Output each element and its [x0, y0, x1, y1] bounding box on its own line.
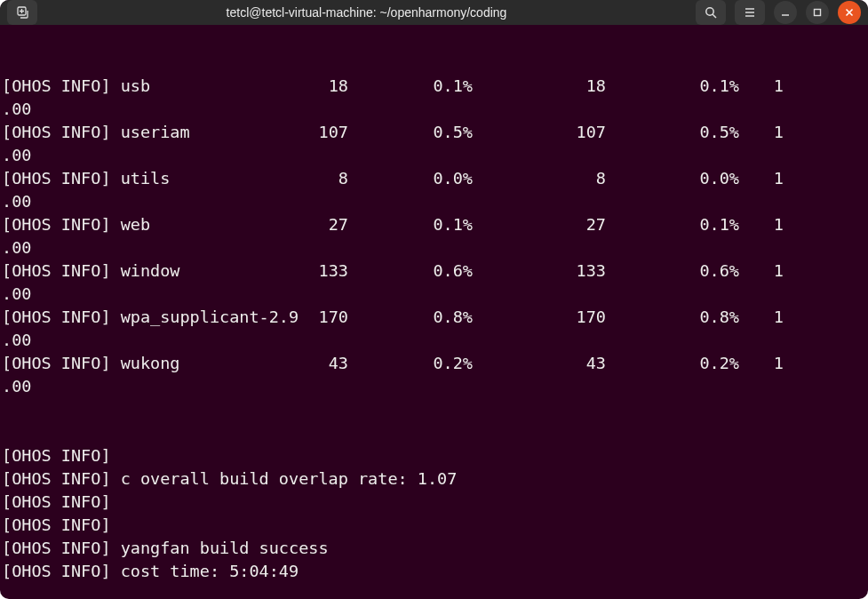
- stat-row-pct2: 0.0%: [606, 167, 739, 190]
- stat-row-name: [OHOS INFO] wpa_supplicant-2.9: [2, 306, 268, 329]
- stat-row-ratio: 1: [739, 213, 784, 236]
- minimize-button[interactable]: [774, 1, 797, 24]
- build-stats-rows: [OHOS INFO] usb180.1%180.1%1.00[OHOS INF…: [2, 75, 863, 398]
- stat-row-count1: 107: [268, 121, 348, 144]
- search-icon: [704, 5, 718, 20]
- svg-point-3: [706, 8, 713, 15]
- stat-row-ratio: 1: [739, 75, 784, 98]
- stat-row-suffix: .00: [2, 144, 863, 167]
- stat-row-count2: 133: [473, 260, 606, 283]
- titlebar: tetcl@tetcl-virtual-machine: ~/openharmo…: [0, 0, 868, 25]
- stat-row-count2: 107: [473, 121, 606, 144]
- stat-row-name: [OHOS INFO] useriam: [2, 121, 268, 144]
- stat-row-pct1: 0.1%: [348, 213, 473, 236]
- info-line: [OHOS INFO]: [2, 491, 863, 514]
- stat-row: [OHOS INFO] useriam1070.5%1070.5%1: [2, 121, 863, 144]
- stat-row-pct1: 0.6%: [348, 260, 473, 283]
- stat-row-suffix: .00: [2, 329, 863, 352]
- stat-row-pct1: 0.5%: [348, 121, 473, 144]
- menu-button[interactable]: [735, 0, 765, 25]
- svg-rect-9: [815, 10, 821, 16]
- stat-row-pct1: 0.0%: [348, 167, 473, 190]
- stat-row: [OHOS INFO] wpa_supplicant-2.91700.8%170…: [2, 306, 863, 329]
- stat-row-count1: 43: [268, 352, 348, 375]
- info-line: [OHOS INFO] c overall build overlap rate…: [2, 467, 863, 491]
- stat-row-pct2: 0.8%: [606, 306, 739, 329]
- stat-row-pct2: 0.1%: [606, 75, 739, 98]
- stat-row-pct1: 0.8%: [348, 306, 473, 329]
- close-button[interactable]: [838, 1, 861, 24]
- stat-row-count1: 18: [268, 75, 348, 98]
- close-icon: [844, 7, 855, 18]
- terminal-body[interactable]: [OHOS INFO] usb180.1%180.1%1.00[OHOS INF…: [0, 25, 868, 599]
- stat-row-pct2: 0.2%: [606, 352, 739, 375]
- stat-row-name: [OHOS INFO] wukong: [2, 352, 268, 375]
- stat-row-pct2: 0.1%: [606, 213, 739, 236]
- stat-row-name: [OHOS INFO] web: [2, 213, 268, 236]
- stat-row-count2: 43: [473, 352, 606, 375]
- window-title: tetcl@tetcl-virtual-machine: ~/openharmo…: [44, 5, 689, 20]
- stat-row-count1: 8: [268, 167, 348, 190]
- new-tab-button[interactable]: [7, 0, 37, 25]
- hamburger-icon: [743, 5, 757, 20]
- maximize-icon: [812, 7, 823, 18]
- stat-row-suffix: .00: [2, 98, 863, 121]
- stat-row-count2: 8: [473, 167, 606, 190]
- stat-row-pct2: 0.5%: [606, 121, 739, 144]
- info-line: [OHOS INFO]: [2, 444, 863, 467]
- stat-row: [OHOS INFO] usb180.1%180.1%1: [2, 75, 863, 98]
- build-info-lines: [OHOS INFO][OHOS INFO] c overall build o…: [2, 444, 863, 583]
- terminal-window: tetcl@tetcl-virtual-machine: ~/openharmo…: [0, 0, 868, 599]
- stat-row-ratio: 1: [739, 260, 784, 283]
- stat-row-pct1: 0.1%: [348, 75, 473, 98]
- stat-row-count1: 170: [268, 306, 348, 329]
- stat-row-suffix: .00: [2, 283, 863, 306]
- stat-row-count1: 27: [268, 213, 348, 236]
- info-line: [OHOS INFO] yangfan build success: [2, 537, 863, 560]
- stat-row-count2: 27: [473, 213, 606, 236]
- stat-row-ratio: 1: [739, 306, 784, 329]
- svg-line-4: [713, 14, 716, 18]
- minimize-icon: [780, 7, 791, 18]
- stat-row: [OHOS INFO] web270.1%270.1%1: [2, 213, 863, 236]
- stat-row-pct2: 0.6%: [606, 260, 739, 283]
- stat-row-count2: 170: [473, 306, 606, 329]
- stat-row-name: [OHOS INFO] window: [2, 260, 268, 283]
- stat-row-ratio: 1: [739, 121, 784, 144]
- stat-row-count2: 18: [473, 75, 606, 98]
- info-line: [OHOS INFO]: [2, 514, 863, 537]
- stat-row-pct1: 0.2%: [348, 352, 473, 375]
- new-tab-icon: [15, 5, 29, 20]
- maximize-button[interactable]: [806, 1, 829, 24]
- stat-row: [OHOS INFO] window1330.6%1330.6%1: [2, 260, 863, 283]
- stat-row-suffix: .00: [2, 236, 863, 260]
- stat-row-suffix: .00: [2, 190, 863, 213]
- stat-row-name: [OHOS INFO] utils: [2, 167, 268, 190]
- stat-row-name: [OHOS INFO] usb: [2, 75, 268, 98]
- stat-row-count1: 133: [268, 260, 348, 283]
- stat-row-ratio: 1: [739, 352, 784, 375]
- titlebar-right-controls: [696, 0, 861, 25]
- stat-row: [OHOS INFO] wukong430.2%430.2%1: [2, 352, 863, 375]
- stat-row: [OHOS INFO] utils80.0%80.0%1: [2, 167, 863, 190]
- search-button[interactable]: [696, 0, 726, 25]
- stat-row-suffix: .00: [2, 375, 863, 398]
- info-line: [OHOS INFO] cost time: 5:04:49: [2, 560, 863, 583]
- stat-row-ratio: 1: [739, 167, 784, 190]
